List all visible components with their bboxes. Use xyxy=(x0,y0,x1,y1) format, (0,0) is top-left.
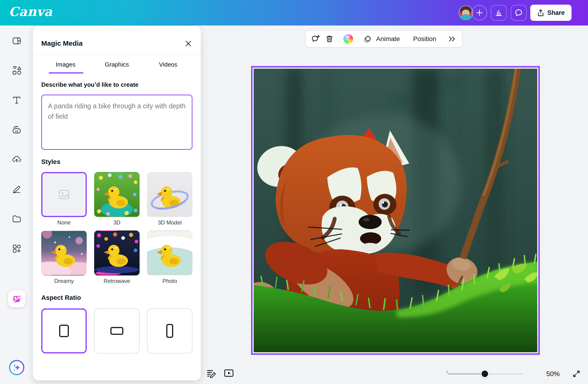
avatar[interactable] xyxy=(458,5,473,21)
insights-button[interactable] xyxy=(491,5,507,21)
top-bar: Canva Share xyxy=(0,0,588,25)
pen-icon xyxy=(12,184,22,194)
toolbar-divider xyxy=(406,35,407,43)
panel-title: Magic Media xyxy=(41,40,83,47)
describe-label: Describe what you’d like to create xyxy=(41,81,138,88)
folder-icon xyxy=(12,214,22,224)
text-icon xyxy=(12,95,22,105)
style-option-none[interactable]: None xyxy=(41,172,87,226)
bar-chart-icon xyxy=(494,8,503,17)
style-option-dreamy[interactable]: Dreamy xyxy=(41,231,87,284)
comment-bubble-icon xyxy=(514,8,523,17)
active-tab-indicator xyxy=(49,72,84,73)
aspect-option-portrait[interactable] xyxy=(147,308,192,353)
sidebar-item-brand[interactable]: co xyxy=(8,122,25,138)
toolbar-divider xyxy=(358,35,358,43)
duck-illustration xyxy=(100,237,134,272)
notes-button[interactable] xyxy=(206,368,217,378)
animate-icon xyxy=(363,34,372,43)
sidebar-item-design[interactable] xyxy=(8,32,25,49)
magic-media-panel: Magic Media Images Graphics Videos Descr… xyxy=(33,26,201,380)
sidebar-item-apps[interactable] xyxy=(8,240,25,257)
expand-icon xyxy=(571,369,581,379)
style-option-photo[interactable]: Photo xyxy=(147,231,192,284)
sidebar-item-text[interactable] xyxy=(8,92,25,108)
design-icon xyxy=(12,36,22,46)
red-panda-artwork xyxy=(254,69,537,352)
canvas-bottom-actions xyxy=(206,368,234,378)
zoom-slider-thumb[interactable] xyxy=(481,370,489,378)
image-placeholder-icon xyxy=(58,188,70,201)
style-thumb-3d xyxy=(94,172,140,217)
shapes-icon xyxy=(12,65,22,76)
sparkle-icon xyxy=(12,363,22,373)
styles-grid: None 3D 3D Model Dreamy Re xyxy=(41,172,192,284)
style-label: 3D xyxy=(94,219,140,226)
canva-logo[interactable]: Canva xyxy=(9,4,53,19)
assistant-inner xyxy=(10,361,23,374)
style-label: None xyxy=(41,219,87,226)
aspect-option-square[interactable] xyxy=(41,308,87,353)
present-button[interactable] xyxy=(224,368,234,378)
aspect-ratio-heading: Aspect Ratio xyxy=(41,294,81,301)
tab-videos[interactable]: Videos xyxy=(143,55,194,74)
sidebar-item-magic-media[interactable] xyxy=(8,290,25,307)
color-picker-button[interactable] xyxy=(343,34,353,44)
sidebar-item-draw[interactable] xyxy=(8,181,25,197)
tab-graphics[interactable]: Graphics xyxy=(91,55,142,74)
duck-illustration xyxy=(152,237,187,272)
selected-image-element[interactable] xyxy=(251,66,540,355)
position-button[interactable]: Position xyxy=(411,35,438,43)
panel-tabs: Images Graphics Videos xyxy=(33,55,201,74)
delete-button[interactable] xyxy=(325,35,334,43)
tab-images[interactable]: Images xyxy=(40,55,91,74)
share-label: Share xyxy=(547,9,565,17)
duck-illustration xyxy=(100,179,134,213)
sidebar-item-uploads[interactable] xyxy=(8,151,25,168)
square-ratio-icon xyxy=(59,325,69,337)
sidebar-item-elements[interactable] xyxy=(8,62,25,79)
animate-label: Animate xyxy=(374,35,402,43)
style-thumb-dreamy xyxy=(41,231,87,276)
brand-icon: co xyxy=(12,125,22,135)
toolbar-divider xyxy=(443,35,443,43)
apps-icon xyxy=(12,243,22,254)
zoom-track-start xyxy=(446,371,448,373)
landscape-ratio-icon xyxy=(110,327,123,335)
style-label: Retrowave xyxy=(94,278,140,284)
style-thumb-none xyxy=(41,172,87,217)
more-options-button[interactable] xyxy=(447,35,456,43)
style-option-retrowave[interactable]: Retrowave xyxy=(94,231,140,284)
style-label: 3D Model xyxy=(147,219,192,226)
aspect-option-landscape[interactable] xyxy=(94,308,140,353)
element-toolbar: Animate Position xyxy=(306,31,462,47)
styles-heading: Styles xyxy=(41,158,61,166)
zoom-level: 50% xyxy=(546,370,560,378)
sidebar-item-canva-assistant[interactable] xyxy=(9,360,24,375)
prompt-input[interactable] xyxy=(41,95,192,150)
add-member-button[interactable] xyxy=(472,5,487,21)
share-button[interactable]: Share xyxy=(530,5,571,21)
plus-icon xyxy=(475,9,484,17)
style-thumb-photo xyxy=(147,231,192,276)
style-thumb-3d-model xyxy=(147,172,192,217)
magic-media-icon xyxy=(11,294,22,304)
close-panel-button[interactable] xyxy=(184,39,193,48)
add-comment-button[interactable] xyxy=(311,34,320,43)
style-label: Photo xyxy=(147,278,192,284)
close-icon xyxy=(184,40,192,47)
aspect-ratio-grid xyxy=(41,308,192,353)
duck-illustration xyxy=(47,237,81,272)
style-option-3d-model[interactable]: 3D Model xyxy=(147,172,192,226)
sidebar: co xyxy=(0,25,34,384)
comments-button[interactable] xyxy=(511,5,526,21)
style-option-3d[interactable]: 3D xyxy=(94,172,140,226)
animate-button[interactable]: Animate xyxy=(363,34,402,43)
share-export-icon xyxy=(537,9,545,17)
sidebar-item-projects[interactable] xyxy=(8,211,25,227)
toolbar-divider xyxy=(338,35,339,43)
fullscreen-button[interactable] xyxy=(571,368,582,379)
svg-text:co: co xyxy=(15,129,18,133)
style-thumb-retrowave xyxy=(94,231,140,276)
upload-cloud-icon xyxy=(12,154,22,164)
